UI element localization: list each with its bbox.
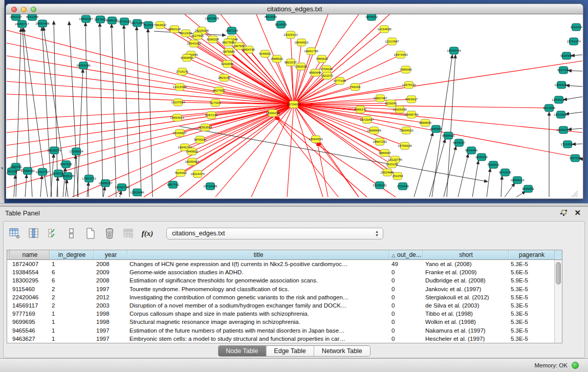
graph-node[interactable]: 10025458 <box>393 106 407 113</box>
graph-node[interactable]: 2588520 <box>271 55 284 62</box>
cell-title[interactable]: Changes of HCN gene expression and I(f) … <box>127 260 389 268</box>
graph-node[interactable]: 9227341 <box>557 67 570 74</box>
graph-edge[interactable] <box>294 104 316 139</box>
cell-short[interactable]: Jankovic et al. (1997) <box>423 285 509 293</box>
table-row[interactable]: 2242004622012Investigating the contribut… <box>7 293 554 301</box>
cell-short[interactable]: Hescheler et al. (1997) <box>423 335 509 343</box>
cell-pagerank[interactable]: 5.9E-5 <box>509 276 554 285</box>
graph-node[interactable]: 8454749 <box>243 46 255 53</box>
graph-node[interactable]: 1311034 <box>570 24 582 31</box>
cell-year[interactable]: 1997 <box>94 335 127 343</box>
graph-node[interactable]: 20691406 <box>35 20 50 27</box>
graph-edge[interactable] <box>137 27 141 197</box>
cell-title[interactable]: Corpus callosum shape and size in male p… <box>127 310 389 318</box>
float-panel-icon[interactable] <box>560 210 568 216</box>
column-header-out_degree[interactable]: △out_de... <box>389 250 423 259</box>
cell-year[interactable]: 2008 <box>94 276 127 285</box>
graph-node[interactable]: 10653287 <box>79 15 93 23</box>
cell-name[interactable]: 19384554 <box>10 268 50 276</box>
cell-name[interactable]: 18724007 <box>10 260 50 268</box>
panel-splitter[interactable] <box>0 203 588 207</box>
table-row[interactable]: 1872400712008Changes of HCN gene express… <box>7 260 554 268</box>
graph-node[interactable]: 18640910 <box>294 39 309 46</box>
graph-edge[interactable] <box>505 183 515 197</box>
column-header-short[interactable]: short <box>423 250 509 259</box>
cell-pagerank[interactable]: 5.5E-5 <box>509 293 554 301</box>
graph-node[interactable]: 9097588 <box>60 161 73 168</box>
cell-short[interactable]: Tibbo et al. (1998) <box>423 310 509 318</box>
cell-title[interactable]: Structural magnetic resonance image aver… <box>127 318 389 326</box>
cell-in_degree[interactable]: 1 <box>50 318 94 326</box>
table-row[interactable]: 1456911722003Disruption of a novel membe… <box>7 301 554 310</box>
cell-pagerank[interactable]: 5.3E-5 <box>509 326 554 335</box>
graph-edge[interactable] <box>458 154 468 197</box>
cell-title[interactable]: Estimation of the future numbers of pati… <box>127 326 389 335</box>
graph-node[interactable]: 1733426 <box>397 183 409 190</box>
cell-short[interactable]: de Silva et al. (2003) <box>423 301 509 310</box>
cell-title[interactable]: Embryonic stem cells: a model to study s… <box>127 335 389 343</box>
graph-node[interactable]: 16543382 <box>187 40 201 47</box>
cell-year[interactable]: 2008 <box>94 260 127 268</box>
graph-node[interactable]: 15716485 <box>203 183 217 190</box>
cell-pagerank[interactable]: 5.3E-5 <box>509 318 554 326</box>
minimize-window-button[interactable] <box>21 7 27 12</box>
cell-year[interactable]: 2009 <box>94 268 127 276</box>
graph-node[interactable]: 6679197 <box>453 139 466 146</box>
cell-short[interactable]: Franke et al. (2009) <box>423 268 509 276</box>
cell-out_degree[interactable]: 0 <box>389 301 423 310</box>
graph-node[interactable]: 9899695 <box>419 119 432 126</box>
cell-year[interactable]: 1998 <box>94 310 127 318</box>
cell-year[interactable]: 1998 <box>94 318 127 326</box>
column-header-pagerank[interactable]: pagerank <box>509 250 555 259</box>
cell-short[interactable]: Stergiakouli et al. (2012) <box>423 293 509 301</box>
cell-pagerank[interactable]: 5.3E-5 <box>509 301 554 310</box>
graph-edge[interactable] <box>7 81 294 104</box>
column-header-in_degree[interactable]: in_degree <box>50 250 94 259</box>
scrollbar-thumb[interactable] <box>556 262 561 285</box>
cell-pagerank[interactable]: 5.6E-5 <box>509 268 554 276</box>
graph-edge[interactable] <box>112 24 116 197</box>
graph-edge[interactable] <box>69 21 78 197</box>
graph-node[interactable]: 16053809 <box>205 15 219 22</box>
graph-node[interactable]: 2935114 <box>475 154 488 161</box>
graph-edge[interactable] <box>182 72 294 104</box>
cell-title[interactable]: Disruption of a novel member of a sodium… <box>127 301 389 310</box>
graph-node[interactable]: 10756928 <box>398 142 412 149</box>
graph-node[interactable]: 2803144 <box>218 74 231 81</box>
graph-edge[interactable] <box>7 30 294 104</box>
cell-year[interactable]: 1997 <box>94 326 127 335</box>
graph-node[interactable]: 1167533 <box>569 155 581 162</box>
cell-short[interactable]: Dudbridge et al. (2008) <box>423 276 509 285</box>
canvas-resize-grip-icon[interactable] <box>574 193 578 197</box>
network-canvas[interactable]: 2093117813105424055717206914061065328715… <box>6 14 583 199</box>
graph-node[interactable]: 8131054 <box>26 14 39 20</box>
tab-node-table[interactable]: Node Table <box>218 346 266 356</box>
graph-edge[interactable] <box>25 174 27 197</box>
graph-node[interactable]: 16210643 <box>554 111 568 118</box>
delete-column-icon[interactable] <box>103 227 116 239</box>
graph-node[interactable]: 8471676 <box>499 169 512 176</box>
cell-in_degree[interactable]: 1 <box>50 326 94 335</box>
graph-edge[interactable] <box>287 104 294 197</box>
column-header-name[interactable]: name <box>10 250 50 259</box>
graph-node[interactable]: 15136141 <box>373 182 387 189</box>
function-builder-icon[interactable]: f(x) <box>141 227 154 239</box>
cell-name[interactable]: 9463627 <box>10 335 50 343</box>
vertical-scrollbar[interactable] <box>554 260 562 343</box>
show-columns-icon[interactable] <box>28 227 40 239</box>
graph-node[interactable]: 8267130 <box>205 112 218 119</box>
table-row[interactable]: 977716911998Corpus callosum shape and si… <box>7 310 554 318</box>
graph-node[interactable]: 10688609 <box>367 127 381 134</box>
graph-node[interactable]: 8813054 <box>265 14 277 20</box>
graph-node[interactable]: 39159 <box>7 168 16 175</box>
graph-node[interactable]: 9245652 <box>522 185 535 192</box>
cell-name[interactable]: 18300295 <box>10 276 50 285</box>
graph-node[interactable]: 8938923 <box>442 132 455 139</box>
network-svg[interactable]: 2093117813105424055717206914061065328715… <box>6 14 583 198</box>
cell-out_degree[interactable]: 49 <box>389 260 423 268</box>
graph-node[interactable]: 18807293 <box>373 138 387 145</box>
graph-node[interactable]: 19495756 <box>404 111 419 118</box>
cell-name[interactable]: 9115460 <box>10 285 50 293</box>
graph-edge[interactable] <box>275 117 367 197</box>
cell-in_degree[interactable]: 6 <box>50 268 94 276</box>
